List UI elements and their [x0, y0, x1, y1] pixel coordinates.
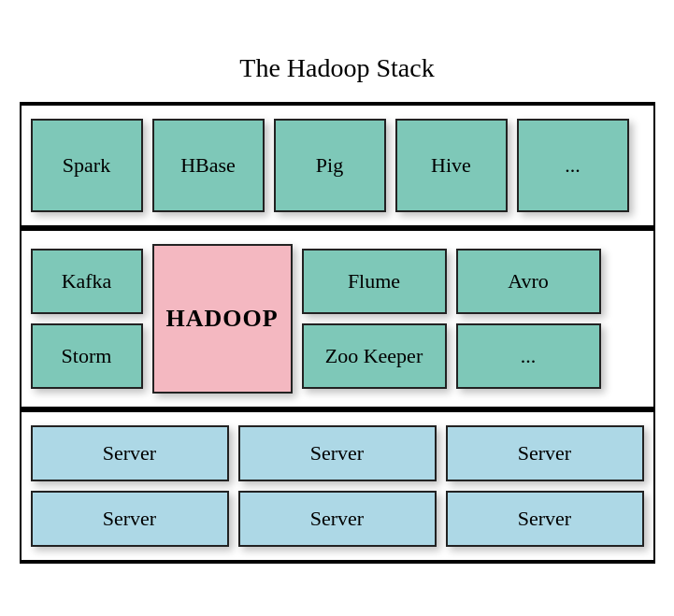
bottom-row-2: Server Server Server [31, 491, 644, 547]
mid-right-col: Flume Avro Zoo Keeper ... [302, 249, 601, 389]
card-zookeeper: Zoo Keeper [302, 323, 447, 389]
card-server-4: Server [31, 491, 229, 547]
card-server-5: Server [238, 491, 437, 547]
card-etc-mid: ... [456, 323, 601, 389]
bottom-row-1: Server Server Server [31, 425, 644, 481]
card-avro: Avro [456, 249, 601, 314]
section-middle: Kafka Storm HADOOP Flume Avro [22, 231, 653, 407]
mid-left-col: Kafka Storm [31, 249, 143, 389]
card-pig: Pig [274, 119, 386, 212]
section-top: Spark HBase Pig Hive ... [22, 104, 653, 227]
card-hbase: HBase [152, 119, 265, 212]
mid-right-bottom-row: Zoo Keeper ... [302, 323, 601, 389]
stack-container: Spark HBase Pig Hive ... Kafka [20, 102, 655, 564]
card-etc-top: ... [517, 119, 629, 212]
card-kafka: Kafka [31, 249, 143, 314]
section-bottom: Server Server Server Server Server Serve… [22, 410, 653, 562]
card-hive: Hive [395, 119, 508, 212]
card-server-2: Server [238, 425, 437, 481]
card-flume: Flume [302, 249, 447, 314]
card-hadoop: HADOOP [152, 244, 293, 394]
card-spark: Spark [31, 119, 143, 212]
card-storm: Storm [31, 323, 143, 389]
card-server-3: Server [446, 425, 644, 481]
mid-right-top-row: Flume Avro [302, 249, 601, 314]
card-server-6: Server [446, 491, 644, 547]
diagram-wrapper: The Hadoop Stack Spark HBase Pig Hive ..… [10, 35, 665, 582]
diagram-title: The Hadoop Stack [20, 53, 655, 83]
card-server-1: Server [31, 425, 229, 481]
